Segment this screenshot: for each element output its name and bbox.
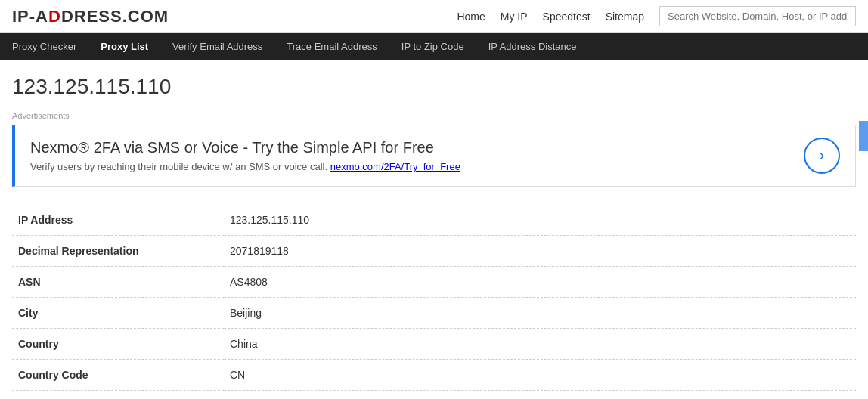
table-row: IP Address 123.125.115.110: [12, 205, 856, 236]
sub-nav-trace-email[interactable]: Trace Email Address: [274, 33, 389, 60]
site-logo[interactable]: IP-ADDRESS.COM: [12, 7, 169, 26]
ad-content: Nexmo® 2FA via SMS or Voice - Try the Si…: [30, 139, 460, 172]
ads-label: Advertisements: [12, 111, 856, 120]
main-content: 123.125.115.110 Advertisements Nexmo® 2F…: [0, 60, 868, 399]
sub-nav-ip-to-zip[interactable]: IP to Zip Code: [389, 33, 476, 60]
sub-nav-proxy-checker[interactable]: Proxy Checker: [0, 33, 88, 60]
info-label: ISP: [12, 391, 224, 400]
table-row: Decimal Representation 2071819118: [12, 236, 856, 267]
info-value: 2071819118: [224, 236, 856, 267]
ad-title: Nexmo® 2FA via SMS or Voice - Try the Si…: [30, 139, 460, 156]
ad-subtitle: Verify users by reaching their mobile de…: [30, 161, 460, 172]
table-row: Country China: [12, 329, 856, 360]
info-value: 123.125.115.110: [224, 205, 856, 236]
info-value: Beijing: [224, 298, 856, 329]
logo-text-part2: DRESS.COM: [61, 7, 169, 26]
table-row: ASN AS4808: [12, 267, 856, 298]
search-input[interactable]: [659, 6, 856, 26]
nav-sitemap[interactable]: Sitemap: [606, 11, 644, 23]
top-header: IP-ADDRESS.COM Home My IP Speedtest Site…: [0, 0, 868, 33]
info-value: China: [224, 329, 856, 360]
info-table: IP Address 123.125.115.110 Decimal Repre…: [12, 205, 856, 399]
ad-arrow-button[interactable]: ›: [804, 138, 840, 174]
top-navigation: Home My IP Speedtest Sitemap: [457, 6, 856, 26]
info-value: CN: [224, 360, 856, 391]
info-label: Country Code: [12, 360, 224, 391]
info-label: Country: [12, 329, 224, 360]
ad-link[interactable]: nexmo.com/2FA/Try_for_Free: [330, 161, 460, 172]
info-value: AS4808: [224, 267, 856, 298]
table-row: Country Code CN: [12, 360, 856, 391]
ad-subtitle-text: Verify users by reaching their mobile de…: [30, 161, 327, 172]
info-label: Decimal Representation: [12, 236, 224, 267]
nav-my-ip[interactable]: My IP: [501, 11, 528, 23]
sub-nav-verify-email[interactable]: Verify Email Address: [160, 33, 274, 60]
sub-nav-proxy-list[interactable]: Proxy List: [88, 33, 160, 60]
info-label: IP Address: [12, 205, 224, 236]
logo-text-part1: IP-A: [12, 7, 48, 26]
logo-dash: D: [48, 7, 61, 26]
info-label: ASN: [12, 267, 224, 298]
info-label: City: [12, 298, 224, 329]
nav-speedtest[interactable]: Speedtest: [543, 11, 591, 23]
table-row: City Beijing: [12, 298, 856, 329]
nav-home[interactable]: Home: [457, 11, 485, 23]
info-value: China Unicom Beijing: [224, 391, 856, 400]
table-row: ISP China Unicom Beijing: [12, 391, 856, 400]
page-title: 123.125.115.110: [12, 75, 856, 99]
sub-navigation: Proxy Checker Proxy List Verify Email Ad…: [0, 33, 868, 60]
chevron-right-icon: ›: [819, 147, 824, 164]
sub-nav-ip-distance[interactable]: IP Address Distance: [476, 33, 589, 60]
ad-banner: Nexmo® 2FA via SMS or Voice - Try the Si…: [12, 125, 856, 187]
scroll-indicator[interactable]: [859, 121, 868, 151]
